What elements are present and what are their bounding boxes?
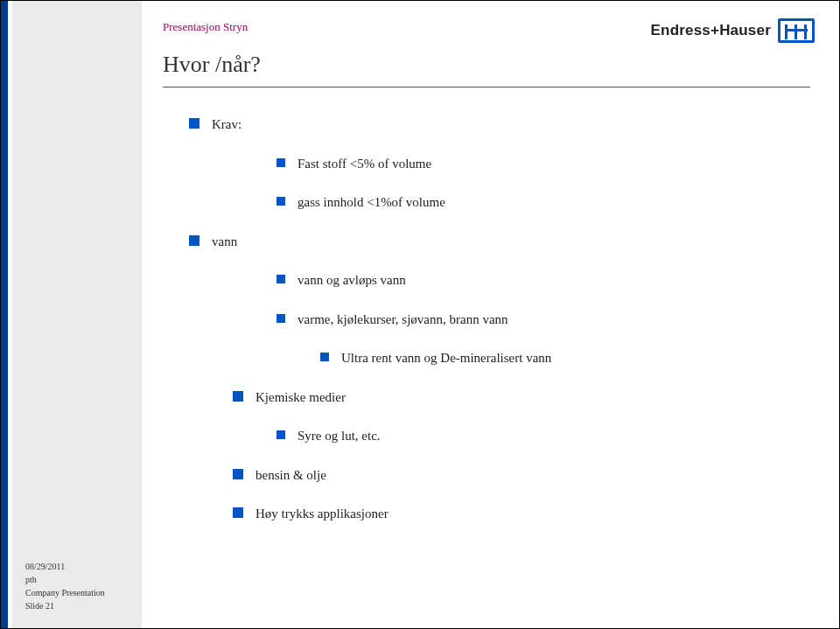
bullet-kjemiske-sub1: Syre og lut, etc. (276, 426, 793, 446)
bullet-icon (233, 391, 243, 402)
bullet-krav-sub1: Fast stoff <5% of volume (276, 154, 793, 174)
title-underline (163, 87, 810, 87)
bullet-text: Ultra rent vann og De-mineralisert vann (341, 348, 551, 368)
slide-footer: 08/29/2011 pth Company Presentation Slid… (25, 560, 105, 612)
bullet-text: varme, kjølekurser, sjøvann, brann vann (298, 310, 508, 330)
bullet-text: Kjemiske medier (256, 388, 346, 408)
bullet-icon (189, 118, 200, 129)
bullet-text: Høy trykks applikasjoner (256, 504, 388, 524)
footer-author: pth (25, 573, 105, 586)
bullet-text: bensin & olje (256, 465, 326, 486)
bullet-icon (276, 158, 285, 167)
bullet-icon (320, 353, 329, 361)
presentation-label: Presentasjon Stryn (163, 20, 248, 34)
brand-logo: Endress+Hauser (651, 18, 815, 43)
footer-source: Company Presentation (25, 586, 105, 599)
bullet-icon (276, 197, 285, 206)
bullet-icon (233, 469, 243, 479)
bullet-icon (276, 430, 285, 439)
bullet-text: vann og avløps vann (298, 270, 406, 290)
sidebar-accent-bar (1, 1, 8, 628)
sidebar-panel (12, 1, 142, 628)
content-area: Krav: Fast stoff <5% of volume gass innh… (163, 115, 793, 524)
bullet-krav: Krav: (189, 115, 793, 135)
brand-logo-icon (778, 18, 815, 43)
slide-page: Presentasjon Stryn Hvor /når? Endress+Ha… (0, 0, 840, 629)
bullet-text: Krav: (212, 115, 242, 135)
bullet-kjemiske: Kjemiske medier (233, 388, 793, 408)
brand-logo-text: Endress+Hauser (651, 22, 771, 39)
bullet-icon (276, 314, 285, 323)
page-title: Hvor /når? (163, 52, 261, 78)
bullet-vann-sub2: varme, kjølekurser, sjøvann, brann vann (276, 310, 793, 330)
bullet-krav-sub2: gass innhold <1%of volume (276, 192, 793, 213)
footer-date: 08/29/2011 (25, 560, 105, 573)
bullet-hoytrykk: Høy trykks applikasjoner (233, 504, 793, 524)
bullet-text: Fast stoff <5% of volume (298, 154, 431, 174)
bullet-text: gass innhold <1%of volume (298, 192, 445, 213)
bullet-text: Syre og lut, etc. (298, 426, 381, 446)
footer-slide-number: Slide 21 (25, 599, 105, 612)
bullet-icon (276, 275, 285, 283)
bullet-vann-sub3: Ultra rent vann og De-mineralisert vann (320, 348, 793, 368)
bullet-bensin: bensin & olje (233, 465, 793, 486)
bullet-vann: vann (189, 232, 793, 252)
bullet-vann-sub1: vann og avløps vann (276, 270, 793, 290)
bullet-icon (233, 507, 243, 518)
bullet-text: vann (212, 232, 237, 252)
bullet-icon (189, 235, 200, 246)
